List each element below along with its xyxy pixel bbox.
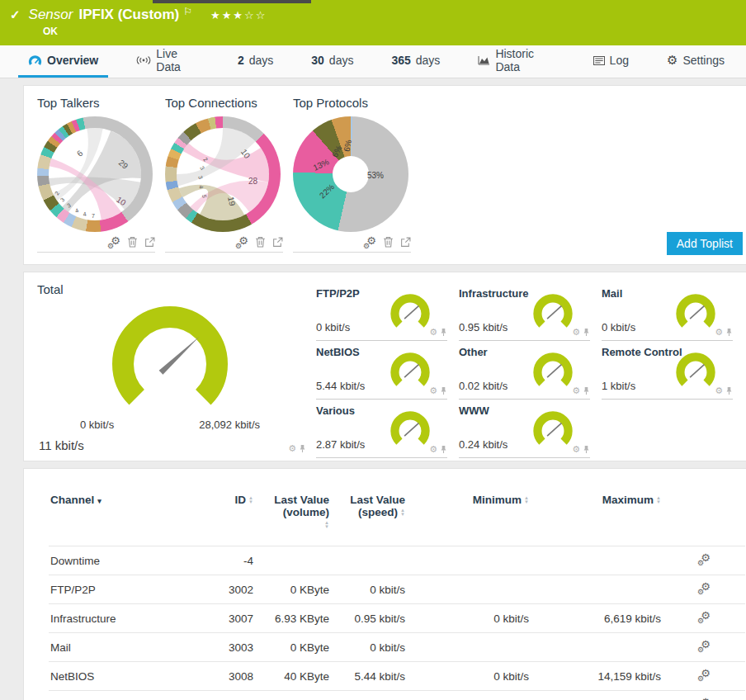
tab-2-days[interactable]: 2 days: [228, 45, 283, 78]
total-gauge: [92, 298, 248, 427]
svg-text:3: 3: [197, 175, 204, 180]
gauge-pin-icon[interactable]: [583, 328, 590, 337]
channel-table-row[interactable]: Mail 3003 0 KByte 0 kbit/s ⚙⚙: [49, 633, 745, 662]
gauge-pin-icon[interactable]: [299, 444, 306, 453]
svg-text:5: 5: [201, 194, 207, 198]
cell-maximum: 6,619 kbit/s: [531, 604, 663, 633]
cell-id: -4: [205, 546, 255, 575]
priority-stars[interactable]: ★★★☆☆: [210, 9, 267, 21]
svg-text:4: 4: [83, 211, 87, 217]
channel-table-row[interactable]: FTP/P2P 3002 0 KByte 0 kbit/s ⚙⚙: [49, 575, 745, 604]
edit-channel-gears-icon[interactable]: ⚙⚙: [697, 582, 711, 594]
cell-last-value-volume: 40 KByte: [255, 662, 331, 691]
toplist-title: Top Connections: [165, 96, 283, 110]
gauge-pin-icon[interactable]: [440, 386, 447, 395]
gauge-settings-gear-icon[interactable]: ⚙: [429, 327, 437, 338]
flag-icon[interactable]: ⚐: [183, 6, 192, 17]
cell-channel: Downtime: [49, 546, 205, 575]
settings-gear-icon: ⚙: [667, 53, 678, 68]
tab-historic-data[interactable]: Historic Data: [468, 45, 564, 78]
channel-gauge-value: 0.95 kbit/s: [459, 321, 508, 333]
channel-table-row[interactable]: Other 0 0.14 KByte 0.02 kbit/s 0 kbit/s …: [49, 691, 745, 700]
open-toplist-external-link-icon[interactable]: [272, 237, 283, 248]
tab-overview[interactable]: Overview: [18, 45, 108, 78]
channel-gauge-cell: Infrastructure 0.95 kbit/s ⚙: [459, 282, 590, 341]
gauge-pin-icon[interactable]: [725, 328, 733, 337]
edit-channel-gears-icon[interactable]: ⚙⚙: [697, 553, 711, 565]
delete-toplist-trash-icon[interactable]: [255, 236, 266, 248]
channel-gauge-cell: Remote Control 1 kbit/s ⚙: [602, 341, 733, 400]
gauge-settings-gear-icon[interactable]: ⚙: [572, 444, 580, 455]
gauge-settings-gear-icon[interactable]: ⚙: [715, 327, 723, 338]
svg-text:3: 3: [59, 196, 66, 203]
column-header-minimum[interactable]: Minimum▲▼: [407, 490, 531, 546]
cell-last-value-speed: 0.95 kbit/s: [331, 604, 407, 633]
toplist-settings-gears-icon[interactable]: ⚙⚙: [107, 236, 120, 248]
channel-table-row[interactable]: Downtime -4 ⚙⚙: [49, 546, 745, 575]
tab-settings[interactable]: ⚙ Settings: [657, 45, 734, 78]
toplist-settings-gears-icon[interactable]: ⚙⚙: [363, 236, 376, 248]
edit-channel-gears-icon[interactable]: ⚙⚙: [697, 611, 711, 623]
gauge-pin-icon[interactable]: [583, 445, 590, 454]
cell-last-value-speed: 0.02 kbit/s: [331, 691, 407, 700]
add-toplist-button[interactable]: Add Toplist: [667, 232, 743, 255]
tab-30-days[interactable]: 30 days: [301, 45, 363, 78]
delete-toplist-trash-icon[interactable]: [383, 236, 394, 248]
top-protocols-donut-chart[interactable]: 53% 22% 13% 6% 6%: [293, 116, 408, 232]
top-connections-chord-chart[interactable]: 10 28 19 2 3 3 4 5: [165, 116, 281, 232]
total-gauge-value: 11 kbit/s: [39, 438, 84, 452]
toplist-top-connections[interactable]: Top Connections 10 28 19 2 3 3 4 5: [165, 96, 283, 253]
sort-icon: ▲▼: [400, 508, 405, 517]
channel-gauge-grid: FTP/P2P 0 kbit/s ⚙ Infrastructure: [316, 282, 733, 456]
channel-gauge: [529, 409, 577, 452]
chord-label: 6: [75, 149, 85, 158]
gauge-pin-icon[interactable]: [583, 386, 590, 395]
svg-text:7: 7: [92, 213, 95, 219]
toplist-settings-gears-icon[interactable]: ⚙⚙: [235, 236, 248, 248]
sort-icon: ▲▼: [656, 496, 661, 504]
channel-gauge-title: Other: [459, 346, 488, 358]
sort-desc-icon: ▾: [97, 497, 102, 505]
column-header-maximum[interactable]: Maximum▲▼: [531, 490, 663, 546]
channel-gauge: [529, 351, 577, 394]
gauge-settings-gear-icon[interactable]: ⚙: [429, 385, 437, 396]
column-header-last-value-volume[interactable]: Last Value(volume)▲▼: [255, 490, 331, 546]
gauge-settings-gear-icon[interactable]: ⚙: [572, 385, 580, 396]
open-toplist-external-link-icon[interactable]: [144, 237, 155, 248]
cell-maximum: 14,159 kbit/s: [531, 662, 663, 691]
tab-log[interactable]: Log: [583, 45, 639, 78]
channel-gauge-cell: Mail 0 kbit/s ⚙: [602, 282, 733, 341]
toplist-top-talkers[interactable]: Top Talkers 29 6 10 2 3 3 4 4 7: [37, 96, 155, 253]
log-icon: [593, 56, 605, 65]
gauge-settings-gear-icon[interactable]: ⚙: [572, 327, 580, 338]
gauge-settings-gear-icon[interactable]: ⚙: [715, 385, 723, 396]
column-header-channel[interactable]: Channel▾: [49, 490, 205, 546]
column-header-id[interactable]: ID▲▼: [205, 490, 255, 546]
cell-id: 3002: [205, 575, 255, 604]
cell-minimum: 0 kbit/s: [407, 662, 531, 691]
gauge-settings-gear-icon[interactable]: ⚙: [429, 444, 437, 455]
gauge-pin-icon[interactable]: [440, 328, 447, 337]
tab-live-data[interactable]: Live Data: [126, 45, 210, 78]
channel-gauge-title: WWW: [459, 404, 489, 417]
delete-toplist-trash-icon[interactable]: [127, 236, 138, 248]
channel-gauge-cell: WWW 0.24 kbit/s ⚙: [459, 400, 590, 458]
column-header-last-value-speed[interactable]: Last Value(speed)▲▼: [331, 490, 407, 546]
cell-channel: Infrastructure: [49, 604, 205, 633]
toplist-top-protocols[interactable]: Top Protocols 53% 22% 13% 6% 6% ⚙⚙: [293, 96, 411, 253]
cell-minimum: [407, 633, 531, 662]
channel-table-row[interactable]: NetBIOS 3008 40 KByte 5.44 kbit/s 0 kbit…: [49, 662, 745, 691]
sort-icon: ▲▼: [324, 521, 329, 529]
top-talkers-chord-chart[interactable]: 29 6 10 2 3 3 4 4 7: [37, 116, 153, 232]
tab-365-days[interactable]: 365 days: [381, 45, 450, 78]
gauge-pin-icon[interactable]: [440, 445, 447, 454]
open-toplist-external-link-icon[interactable]: [400, 237, 411, 248]
gauge-settings-gear-icon[interactable]: ⚙: [288, 443, 296, 454]
cell-minimum: [407, 546, 531, 575]
gauge-pin-icon[interactable]: [725, 386, 733, 395]
table-header-row: Channel▾ ID▲▼ Last Value(volume)▲▼ Last …: [49, 490, 745, 546]
edit-channel-gears-icon[interactable]: ⚙⚙: [697, 669, 711, 681]
edit-channel-gears-icon[interactable]: ⚙⚙: [697, 640, 711, 652]
channel-table-row[interactable]: Infrastructure 3007 6.93 KByte 0.95 kbit…: [49, 604, 745, 633]
sort-icon: ▲▼: [524, 496, 529, 504]
